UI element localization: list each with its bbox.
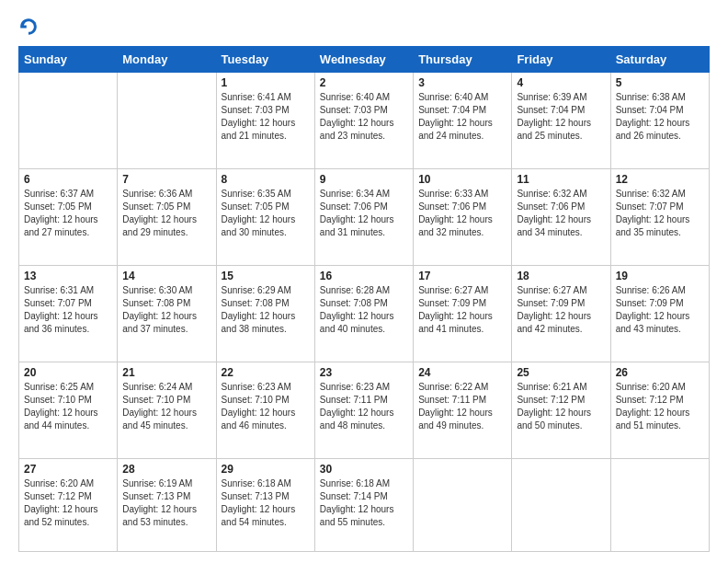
calendar-week-row: 27Sunrise: 6:20 AM Sunset: 7:12 PM Dayli… xyxy=(19,458,710,551)
day-info: Sunrise: 6:23 AM Sunset: 7:11 PM Dayligh… xyxy=(320,381,408,432)
col-header-tuesday: Tuesday xyxy=(216,47,314,73)
day-number: 27 xyxy=(24,463,112,476)
day-info: Sunrise: 6:23 AM Sunset: 7:10 PM Dayligh… xyxy=(222,381,310,432)
calendar-cell: 22Sunrise: 6:23 AM Sunset: 7:10 PM Dayli… xyxy=(216,362,314,458)
day-number: 4 xyxy=(517,76,605,89)
day-number: 16 xyxy=(320,270,408,282)
day-info: Sunrise: 6:24 AM Sunset: 7:10 PM Dayligh… xyxy=(122,381,210,432)
calendar-cell: 16Sunrise: 6:28 AM Sunset: 7:08 PM Dayli… xyxy=(314,265,413,362)
day-number: 19 xyxy=(616,270,704,282)
calendar-cell: 10Sunrise: 6:33 AM Sunset: 7:06 PM Dayli… xyxy=(414,168,512,265)
col-header-friday: Friday xyxy=(512,47,610,73)
day-number: 23 xyxy=(320,366,408,379)
day-info: Sunrise: 6:27 AM Sunset: 7:09 PM Dayligh… xyxy=(517,284,605,336)
day-number: 29 xyxy=(222,463,310,476)
day-info: Sunrise: 6:29 AM Sunset: 7:08 PM Dayligh… xyxy=(222,284,310,336)
calendar-cell xyxy=(512,458,610,551)
calendar-cell xyxy=(118,73,216,169)
day-number: 24 xyxy=(418,366,506,379)
day-info: Sunrise: 6:33 AM Sunset: 7:06 PM Dayligh… xyxy=(418,188,506,239)
day-info: Sunrise: 6:32 AM Sunset: 7:06 PM Dayligh… xyxy=(517,188,605,239)
day-number: 8 xyxy=(222,173,310,186)
day-number: 2 xyxy=(320,76,408,89)
day-info: Sunrise: 6:38 AM Sunset: 7:04 PM Dayligh… xyxy=(616,91,704,143)
calendar-cell: 14Sunrise: 6:30 AM Sunset: 7:08 PM Dayli… xyxy=(118,265,216,362)
calendar-cell: 24Sunrise: 6:22 AM Sunset: 7:11 PM Dayli… xyxy=(414,362,512,458)
day-number: 1 xyxy=(222,76,310,89)
calendar-cell: 7Sunrise: 6:36 AM Sunset: 7:05 PM Daylig… xyxy=(118,168,216,265)
calendar-cell: 6Sunrise: 6:37 AM Sunset: 7:05 PM Daylig… xyxy=(19,168,118,265)
calendar-week-row: 1Sunrise: 6:41 AM Sunset: 7:03 PM Daylig… xyxy=(19,73,710,169)
day-info: Sunrise: 6:25 AM Sunset: 7:10 PM Dayligh… xyxy=(24,381,112,432)
day-info: Sunrise: 6:21 AM Sunset: 7:12 PM Dayligh… xyxy=(517,381,605,432)
day-info: Sunrise: 6:18 AM Sunset: 7:14 PM Dayligh… xyxy=(320,477,408,529)
calendar-cell: 5Sunrise: 6:38 AM Sunset: 7:04 PM Daylig… xyxy=(610,73,709,169)
calendar-cell xyxy=(19,73,118,169)
day-info: Sunrise: 6:27 AM Sunset: 7:09 PM Dayligh… xyxy=(418,284,506,336)
calendar-cell: 18Sunrise: 6:27 AM Sunset: 7:09 PM Dayli… xyxy=(512,265,610,362)
day-number: 12 xyxy=(616,173,704,186)
day-info: Sunrise: 6:19 AM Sunset: 7:13 PM Dayligh… xyxy=(122,477,210,529)
calendar-cell: 9Sunrise: 6:34 AM Sunset: 7:06 PM Daylig… xyxy=(314,168,413,265)
calendar-week-row: 13Sunrise: 6:31 AM Sunset: 7:07 PM Dayli… xyxy=(19,265,710,362)
day-info: Sunrise: 6:22 AM Sunset: 7:11 PM Dayligh… xyxy=(418,381,506,432)
col-header-monday: Monday xyxy=(118,47,216,73)
calendar-cell: 27Sunrise: 6:20 AM Sunset: 7:12 PM Dayli… xyxy=(19,458,118,551)
calendar-cell: 30Sunrise: 6:18 AM Sunset: 7:14 PM Dayli… xyxy=(314,458,413,551)
day-info: Sunrise: 6:31 AM Sunset: 7:07 PM Dayligh… xyxy=(24,284,112,336)
calendar-cell xyxy=(414,458,512,551)
day-number: 30 xyxy=(320,463,408,476)
calendar-cell: 13Sunrise: 6:31 AM Sunset: 7:07 PM Dayli… xyxy=(19,265,118,362)
day-info: Sunrise: 6:32 AM Sunset: 7:07 PM Dayligh… xyxy=(616,188,704,239)
col-header-thursday: Thursday xyxy=(414,47,512,73)
day-number: 13 xyxy=(24,270,112,282)
day-number: 20 xyxy=(24,366,112,379)
calendar-cell: 2Sunrise: 6:40 AM Sunset: 7:03 PM Daylig… xyxy=(314,73,413,169)
day-info: Sunrise: 6:37 AM Sunset: 7:05 PM Dayligh… xyxy=(24,188,112,239)
day-number: 15 xyxy=(222,270,310,282)
day-number: 21 xyxy=(122,366,210,379)
logo-icon xyxy=(18,17,39,37)
day-number: 18 xyxy=(517,270,605,282)
day-number: 6 xyxy=(24,173,112,186)
day-number: 14 xyxy=(122,270,210,282)
day-number: 26 xyxy=(616,366,704,379)
day-info: Sunrise: 6:20 AM Sunset: 7:12 PM Dayligh… xyxy=(24,477,112,529)
calendar-cell: 23Sunrise: 6:23 AM Sunset: 7:11 PM Dayli… xyxy=(314,362,413,458)
day-info: Sunrise: 6:40 AM Sunset: 7:03 PM Dayligh… xyxy=(320,91,408,143)
calendar-week-row: 20Sunrise: 6:25 AM Sunset: 7:10 PM Dayli… xyxy=(19,362,710,458)
day-number: 11 xyxy=(517,173,605,186)
calendar-cell xyxy=(610,458,709,551)
calendar-cell: 11Sunrise: 6:32 AM Sunset: 7:06 PM Dayli… xyxy=(512,168,610,265)
day-number: 10 xyxy=(418,173,506,186)
day-number: 28 xyxy=(122,463,210,476)
day-number: 17 xyxy=(418,270,506,282)
calendar-cell: 26Sunrise: 6:20 AM Sunset: 7:12 PM Dayli… xyxy=(610,362,709,458)
calendar-cell: 15Sunrise: 6:29 AM Sunset: 7:08 PM Dayli… xyxy=(216,265,314,362)
calendar-cell: 1Sunrise: 6:41 AM Sunset: 7:03 PM Daylig… xyxy=(216,73,314,169)
calendar-cell: 4Sunrise: 6:39 AM Sunset: 7:04 PM Daylig… xyxy=(512,73,610,169)
day-info: Sunrise: 6:20 AM Sunset: 7:12 PM Dayligh… xyxy=(616,381,704,432)
calendar-header-row: SundayMondayTuesdayWednesdayThursdayFrid… xyxy=(19,47,710,73)
day-info: Sunrise: 6:28 AM Sunset: 7:08 PM Dayligh… xyxy=(320,284,408,336)
day-number: 7 xyxy=(122,173,210,186)
logo xyxy=(18,17,42,37)
day-number: 5 xyxy=(616,76,704,89)
day-number: 3 xyxy=(418,76,506,89)
calendar-cell: 3Sunrise: 6:40 AM Sunset: 7:04 PM Daylig… xyxy=(414,73,512,169)
header xyxy=(18,17,710,37)
calendar-cell: 20Sunrise: 6:25 AM Sunset: 7:10 PM Dayli… xyxy=(19,362,118,458)
day-info: Sunrise: 6:35 AM Sunset: 7:05 PM Dayligh… xyxy=(222,188,310,239)
calendar-cell: 19Sunrise: 6:26 AM Sunset: 7:09 PM Dayli… xyxy=(610,265,709,362)
day-info: Sunrise: 6:36 AM Sunset: 7:05 PM Dayligh… xyxy=(122,188,210,239)
calendar-table: SundayMondayTuesdayWednesdayThursdayFrid… xyxy=(18,46,710,552)
col-header-sunday: Sunday xyxy=(19,47,118,73)
day-info: Sunrise: 6:26 AM Sunset: 7:09 PM Dayligh… xyxy=(616,284,704,336)
calendar-cell: 28Sunrise: 6:19 AM Sunset: 7:13 PM Dayli… xyxy=(118,458,216,551)
col-header-wednesday: Wednesday xyxy=(314,47,413,73)
page: SundayMondayTuesdayWednesdayThursdayFrid… xyxy=(0,0,728,563)
calendar-cell: 21Sunrise: 6:24 AM Sunset: 7:10 PM Dayli… xyxy=(118,362,216,458)
col-header-saturday: Saturday xyxy=(610,47,709,73)
calendar-cell: 29Sunrise: 6:18 AM Sunset: 7:13 PM Dayli… xyxy=(216,458,314,551)
day-number: 22 xyxy=(222,366,310,379)
